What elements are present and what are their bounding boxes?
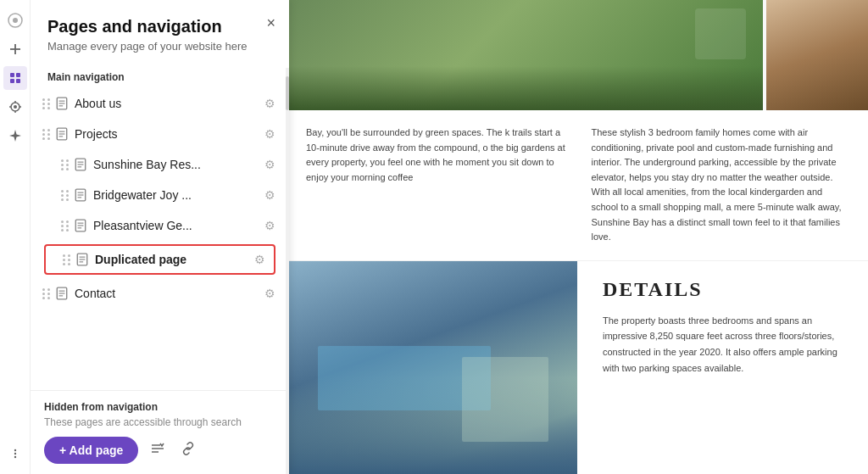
icon-bar-add[interactable]: [3, 37, 27, 61]
nav-item-duplicated-page[interactable]: Duplicated page ⚙: [44, 244, 275, 275]
gear-button-about-us[interactable]: ⚙: [263, 95, 277, 112]
nav-item-label-sunshine-bay: Sunshine Bay Res...: [93, 158, 263, 171]
nav-item-bridgewater-joy[interactable]: Bridgewater Joy ... ⚙: [31, 180, 289, 210]
page-icon-pleasantview-ge: [75, 219, 86, 232]
svg-point-16: [14, 453, 15, 454]
icon-bar-pages[interactable]: [3, 66, 27, 90]
nav-item-about-us[interactable]: About us ⚙: [31, 88, 289, 119]
svg-rect-5: [16, 73, 20, 77]
drag-handle-sunshine-bay[interactable]: [61, 159, 70, 170]
sort-icon-button[interactable]: [147, 438, 169, 462]
nav-item-label-about-us: About us: [75, 97, 263, 110]
footer-actions: + Add page: [44, 437, 275, 464]
add-page-button[interactable]: + Add page: [44, 437, 138, 464]
page-icon-sunshine-bay: [75, 158, 86, 171]
icon-bar-magic[interactable]: [3, 124, 27, 148]
drag-handle-pleasantview-ge[interactable]: [61, 220, 70, 231]
svg-point-15: [14, 449, 15, 451]
link-icon-button[interactable]: [177, 438, 199, 462]
svg-rect-7: [16, 79, 20, 83]
panel-subtitle: Manage every page of your website here: [47, 40, 272, 53]
drag-handle-duplicated-page[interactable]: [63, 254, 71, 265]
scrollbar-track: [286, 68, 289, 474]
svg-point-17: [14, 456, 15, 458]
gear-button-pleasantview-ge[interactable]: ⚙: [263, 217, 277, 234]
page-icon-contact: [56, 287, 68, 300]
hidden-nav-desc: These pages are accessible through searc…: [44, 416, 275, 428]
svg-rect-4: [10, 73, 14, 77]
nav-item-label-projects: Projects: [75, 127, 263, 141]
panel-footer: Hidden from navigation These pages are a…: [31, 390, 289, 474]
nav-item-sunshine-bay[interactable]: Sunshine Bay Res... ⚙: [31, 149, 289, 180]
nav-item-projects[interactable]: Projects ⚙: [31, 119, 289, 149]
details-text: The property boasts three bedrooms and s…: [603, 313, 843, 376]
nav-item-label-duplicated-page: Duplicated page: [95, 253, 253, 266]
details-title: DETAILS: [603, 278, 843, 301]
close-button[interactable]: ×: [266, 15, 275, 31]
scrollbar-thumb[interactable]: [286, 76, 289, 110]
icon-bar-logo[interactable]: [3, 8, 27, 32]
preview-bottom-image: [289, 261, 577, 474]
page-icon-about-us: [56, 97, 68, 110]
panel-header: Pages and navigation Manage every page o…: [31, 0, 289, 61]
main-content: Bay, you'll be surrounded by green space…: [289, 0, 868, 474]
drag-handle-contact[interactable]: [42, 288, 51, 299]
icon-bar-more[interactable]: [3, 442, 27, 466]
icon-bar: [0, 0, 31, 474]
nav-item-label-bridgewater-joy: Bridgewater Joy ...: [93, 188, 263, 202]
preview-image-left: [289, 0, 763, 110]
preview-top-images: [289, 0, 868, 110]
drag-handle-about-us[interactable]: [42, 98, 51, 109]
nav-item-label-contact: Contact: [75, 287, 263, 300]
panel-title: Pages and navigation: [47, 17, 272, 36]
gear-button-contact[interactable]: ⚙: [263, 285, 277, 302]
drag-handle-projects[interactable]: [42, 129, 51, 140]
gear-button-bridgewater-joy[interactable]: ⚙: [263, 187, 277, 204]
svg-rect-6: [10, 79, 14, 83]
preview-bottom-right: DETAILS The property boasts three bedroo…: [577, 261, 868, 474]
page-icon-bridgewater-joy: [75, 188, 86, 202]
preview-text-left: Bay, you'll be surrounded by green space…: [306, 125, 566, 245]
svg-point-1: [13, 18, 18, 23]
main-nav-section-label: Main navigation: [31, 61, 289, 88]
svg-marker-14: [9, 130, 21, 142]
gear-button-duplicated-page[interactable]: ⚙: [253, 251, 267, 268]
preview-image-right: [766, 0, 868, 110]
preview-bottom-section: DETAILS The property boasts three bedroo…: [289, 261, 868, 474]
icon-bar-media[interactable]: [3, 95, 27, 119]
nav-item-pleasantview-ge[interactable]: Pleasantview Ge... ⚙: [31, 210, 289, 241]
pages-panel: Pages and navigation Manage every page o…: [31, 0, 289, 474]
svg-point-9: [14, 105, 17, 109]
hidden-nav-label: Hidden from navigation: [44, 401, 275, 413]
page-icon-duplicated-page: [76, 253, 88, 266]
preview-text-right: These stylish 3 bedroom family homes com…: [592, 125, 852, 245]
preview-middle-section: Bay, you'll be surrounded by green space…: [289, 110, 868, 261]
content-preview: Bay, you'll be surrounded by green space…: [289, 0, 868, 474]
drag-handle-bridgewater-joy[interactable]: [61, 190, 70, 201]
nav-list: About us ⚙ Projects ⚙ Sunshine Bay Res..…: [31, 88, 289, 390]
nav-item-contact[interactable]: Contact ⚙: [31, 278, 289, 309]
page-icon-projects: [56, 127, 68, 141]
nav-item-label-pleasantview-ge: Pleasantview Ge...: [93, 219, 263, 232]
gear-button-sunshine-bay[interactable]: ⚙: [263, 156, 277, 173]
gear-button-projects[interactable]: ⚙: [263, 125, 277, 142]
